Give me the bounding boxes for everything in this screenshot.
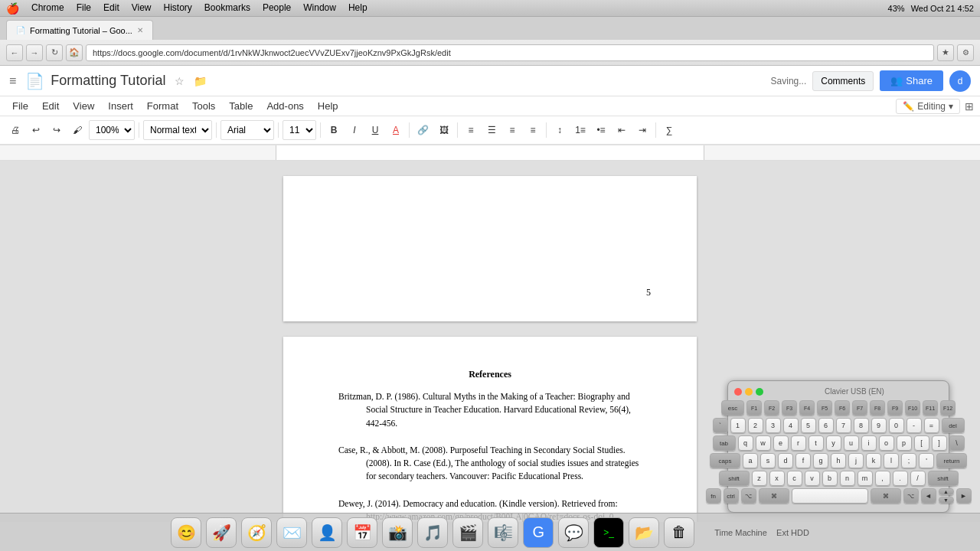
key-backslash[interactable]: \	[949, 435, 965, 451]
dock-skype[interactable]: 💬	[558, 517, 589, 548]
key-c[interactable]: c	[787, 471, 802, 486]
sidebar-toggle[interactable]: ≡	[9, 74, 16, 88]
font-select[interactable]: Arial	[220, 120, 274, 140]
comments-button[interactable]: Comments	[812, 71, 874, 91]
key-f8[interactable]: F8	[870, 400, 885, 416]
align-center-button[interactable]: ☰	[482, 120, 501, 140]
key-cmd-right[interactable]: ⌘	[871, 488, 901, 504]
key-semicolon[interactable]: ;	[901, 453, 916, 468]
dock-mail[interactable]: ✉️	[276, 517, 307, 548]
key-fn[interactable]: fn	[706, 488, 721, 504]
key-v[interactable]: v	[805, 471, 820, 486]
share-button[interactable]: 👥 Share	[880, 70, 943, 91]
dock-calendar[interactable]: 📅	[347, 517, 377, 548]
key-space[interactable]	[792, 488, 868, 504]
table-menu-item[interactable]: Table	[223, 99, 259, 113]
people-menu[interactable]: People	[263, 2, 291, 15]
key-e[interactable]: e	[773, 435, 789, 451]
align-right-button[interactable]: ≡	[503, 120, 521, 140]
key-shift-left[interactable]: shift	[719, 471, 750, 486]
expand-icon[interactable]: ⊞	[965, 100, 974, 112]
dock-finder[interactable]: 😊	[171, 517, 201, 548]
view-menu-item[interactable]: View	[67, 99, 100, 113]
key-s[interactable]: s	[760, 453, 776, 468]
forward-button[interactable]: →	[26, 44, 43, 61]
key-o[interactable]: o	[879, 435, 894, 451]
image-button[interactable]: 🖼	[435, 120, 453, 140]
key-f6[interactable]: F6	[835, 400, 850, 416]
dock-launchpad[interactable]: 🚀	[206, 517, 237, 548]
key-arrow-down[interactable]: ▼	[939, 497, 954, 504]
key-g[interactable]: g	[813, 453, 828, 468]
keyboard-minimize-button[interactable]	[745, 388, 753, 396]
key-b[interactable]: b	[822, 471, 838, 486]
key-opt-right[interactable]: ⌥	[903, 488, 919, 504]
key-f9[interactable]: F9	[887, 400, 903, 416]
back-button[interactable]: ←	[6, 44, 23, 61]
key-f3[interactable]: F3	[782, 400, 797, 416]
key-7[interactable]: 7	[836, 418, 851, 433]
key-f2[interactable]: F2	[764, 400, 779, 416]
key-esc[interactable]: esc	[721, 400, 744, 416]
references-content[interactable]: References Britzman, D. P. (1986). Cultu…	[283, 337, 697, 522]
dock-photos[interactable]: 📸	[382, 517, 413, 548]
key-z[interactable]: z	[752, 471, 767, 486]
active-tab[interactable]: 📄 Formatting Tutorial – Goo... ✕	[6, 20, 153, 40]
unordered-list-button[interactable]: •≡	[592, 120, 610, 140]
key-minus[interactable]: -	[906, 418, 922, 433]
align-justify-button[interactable]: ≡	[524, 120, 542, 140]
key-shift-right[interactable]: shift	[928, 471, 959, 486]
chrome-menu[interactable]: Chrome	[31, 2, 64, 15]
window-menu[interactable]: Window	[303, 2, 336, 15]
key-f[interactable]: f	[795, 453, 811, 468]
key-6[interactable]: 6	[818, 418, 834, 433]
doc-title[interactable]: Formatting Tutorial	[51, 73, 165, 89]
dock-chrome[interactable]: G	[523, 517, 554, 548]
key-arrow-right[interactable]: ►	[956, 488, 972, 504]
text-color-button[interactable]: A	[387, 120, 405, 140]
key-m[interactable]: m	[858, 471, 873, 486]
key-backtick[interactable]: `	[713, 418, 728, 433]
key-rbracket[interactable]: ]	[932, 435, 947, 451]
folder-icon[interactable]: 📁	[194, 75, 207, 87]
key-3[interactable]: 3	[766, 418, 781, 433]
line-spacing-button[interactable]: ↕	[550, 120, 569, 140]
undo-button[interactable]: ↩	[27, 120, 45, 140]
key-r[interactable]: r	[791, 435, 806, 451]
key-quote[interactable]: '	[919, 453, 934, 468]
key-y[interactable]: y	[826, 435, 841, 451]
url-bar[interactable]: https://docs.google.com/document/d/1rvNk…	[86, 44, 934, 61]
dock-itunes[interactable]: 🎼	[488, 517, 518, 548]
history-menu[interactable]: History	[164, 2, 192, 15]
fontsize-select[interactable]: 11	[283, 120, 316, 140]
key-q[interactable]: q	[738, 435, 753, 451]
key-tab[interactable]: tab	[713, 435, 736, 451]
key-slash[interactable]: /	[910, 471, 926, 486]
view-menu[interactable]: View	[132, 2, 152, 15]
bold-button[interactable]: B	[325, 120, 343, 140]
tools-menu-item[interactable]: Tools	[186, 99, 221, 113]
dock-finder-2[interactable]: 📂	[629, 517, 659, 548]
key-k[interactable]: k	[866, 453, 881, 468]
key-delete[interactable]: del	[942, 418, 965, 433]
tab-close-button[interactable]: ✕	[137, 26, 143, 34]
file-menu-item[interactable]: File	[6, 99, 34, 113]
underline-button[interactable]: U	[366, 120, 384, 140]
bookmarks-menu[interactable]: Bookmarks	[204, 2, 250, 15]
key-h[interactable]: h	[831, 453, 846, 468]
key-2[interactable]: 2	[748, 418, 763, 433]
user-avatar[interactable]: d	[949, 70, 971, 92]
apple-menu[interactable]: 🍎	[6, 2, 19, 15]
insert-menu-item[interactable]: Insert	[102, 99, 139, 113]
file-menu[interactable]: File	[77, 2, 91, 15]
key-comma[interactable]: ,	[875, 471, 890, 486]
key-t[interactable]: t	[808, 435, 824, 451]
dock-movies[interactable]: 🎬	[452, 517, 483, 548]
dock-safari[interactable]: 🧭	[241, 517, 272, 548]
key-4[interactable]: 4	[783, 418, 799, 433]
print-button[interactable]: 🖨	[6, 120, 24, 140]
formula-button[interactable]: ∑	[660, 120, 678, 140]
align-left-button[interactable]: ≡	[462, 120, 480, 140]
key-period[interactable]: .	[893, 471, 908, 486]
indent-less-button[interactable]: ⇤	[612, 120, 631, 140]
